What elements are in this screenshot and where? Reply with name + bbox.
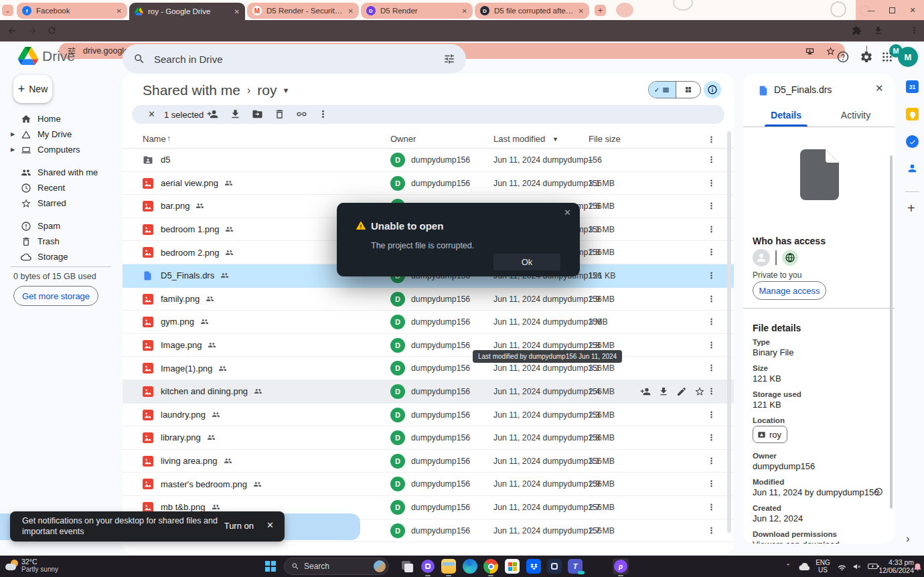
file-row[interactable]: Image(1).png D dumpydump156 Jun 11, 2024… [123, 357, 734, 380]
rename-pencil-icon[interactable] [676, 386, 687, 397]
show-side-panel-icon[interactable]: › [906, 532, 910, 546]
share-add-person-icon[interactable] [640, 386, 651, 397]
sidebar-item-spam[interactable]: Spam [0, 218, 121, 234]
drive-profile-avatar[interactable]: M [898, 47, 918, 67]
column-options-icon[interactable] [706, 135, 716, 145]
taskbar-search[interactable]: Search [284, 558, 389, 575]
send-to-device-icon[interactable] [805, 46, 815, 56]
sidebar-item-storage[interactable]: Storage [0, 249, 121, 264]
tab-facebook[interactable]: f Facebook ✕ [17, 3, 127, 19]
row-menu-icon[interactable] [706, 247, 716, 257]
d5-render-app-icon[interactable]: p [613, 558, 629, 574]
file-row-hover[interactable]: kitchen and dining.png D dumpydump156 Ju… [123, 380, 734, 404]
row-menu-icon[interactable] [706, 294, 716, 304]
breadcrumb-current[interactable]: roy [257, 82, 277, 98]
trash-icon[interactable] [274, 108, 285, 120]
sidebar-item-shared-with-me[interactable]: Shared with me [0, 165, 121, 180]
volume-muted-icon[interactable] [850, 556, 864, 577]
share-add-person-icon[interactable] [207, 108, 218, 120]
sidebar-item-computers[interactable]: ▶Computers [0, 142, 121, 157]
file-explorer-icon[interactable] [441, 558, 457, 574]
row-menu-icon[interactable] [706, 340, 716, 350]
search-options-icon[interactable] [443, 53, 455, 65]
caret-down-icon[interactable]: ▼ [282, 86, 289, 94]
row-menu-icon[interactable] [706, 224, 716, 234]
tab-search-button[interactable]: ⌄ [2, 5, 13, 16]
row-menu-icon[interactable] [706, 432, 716, 442]
list-view-button[interactable]: ✓ [649, 82, 676, 98]
column-name[interactable]: Name [143, 134, 166, 144]
expand-icon[interactable]: ▶ [11, 131, 15, 137]
tab-d5-security[interactable]: M D5 Render - Security verificatio ✕ [247, 3, 359, 19]
keep-icon[interactable] [906, 108, 919, 120]
row-menu-icon[interactable] [706, 410, 716, 420]
file-row[interactable]: d5 D dumpydump156 Jun 11, 2024 dumpydump… [123, 149, 734, 172]
row-menu-icon[interactable] [706, 178, 716, 188]
sidebar-item-starred[interactable]: Starred [0, 195, 121, 211]
row-menu-icon[interactable] [706, 525, 716, 535]
settings-gear-icon[interactable] [860, 50, 873, 64]
turn-on-button[interactable]: Turn on [224, 521, 254, 531]
dialog-close-icon[interactable]: ✕ [564, 208, 571, 218]
expand-icon[interactable]: ▶ [11, 147, 15, 153]
tab-google-drive[interactable]: roy - Google Drive ✕ [129, 3, 245, 20]
move-to-icon[interactable] [252, 108, 263, 120]
tasks-icon[interactable] [906, 135, 919, 148]
file-row[interactable]: Image.png D dumpydump156 Jun 11, 2024 du… [123, 334, 734, 357]
sidebar-item-home[interactable]: Home [0, 111, 121, 127]
reload-icon[interactable] [47, 25, 57, 35]
sidebar-item-my-drive[interactable]: ▶My Drive [0, 127, 121, 142]
file-row[interactable]: master's bedroom.png D dumpydump156 Jun … [123, 473, 734, 496]
clear-selection-icon[interactable]: ✕ [148, 109, 155, 119]
bookmark-star-icon[interactable] [826, 46, 836, 56]
new-button[interactable]: +New [13, 75, 52, 103]
column-size[interactable]: File size [589, 134, 621, 144]
get-more-storage-button[interactable]: Get more storage [13, 286, 98, 306]
add-addon-icon[interactable]: + [907, 201, 915, 216]
tab-close-icon[interactable]: ✕ [579, 7, 584, 15]
version-history-icon[interactable] [873, 487, 883, 497]
task-view-icon[interactable] [399, 558, 415, 574]
start-button[interactable] [262, 558, 279, 574]
chat-app-icon[interactable] [420, 558, 436, 574]
copy-link-icon[interactable] [296, 108, 307, 120]
tab-d5-forum[interactable]: D D5 file corrupted after regular s ✕ [475, 3, 589, 19]
row-menu-icon[interactable] [706, 502, 716, 512]
manage-access-button[interactable]: Manage access [753, 281, 826, 300]
drive-search-bar[interactable]: Search in Drive [123, 44, 466, 74]
row-menu-icon[interactable] [706, 155, 716, 165]
apps-grid-icon[interactable] [881, 51, 893, 63]
forward-icon[interactable] [27, 25, 37, 36]
sidebar-item-recent[interactable]: Recent [0, 180, 121, 195]
notifications-bell-icon[interactable] [911, 556, 924, 577]
window-minimize-button[interactable]: — [861, 0, 881, 20]
window-close-button[interactable]: ✕ [903, 0, 923, 20]
weather-widget[interactable]: 32°C Partly sunny [21, 558, 58, 573]
tab-close-icon[interactable]: ✕ [117, 7, 122, 15]
ok-button[interactable]: Ok [493, 254, 560, 270]
view-toggle[interactable]: ✓ [648, 81, 701, 98]
file-row[interactable]: living area.png D dumpydump156 Jun 11, 2… [123, 450, 734, 473]
row-menu-icon[interactable] [706, 363, 716, 373]
sidebar-item-trash[interactable]: Trash [0, 234, 121, 249]
chrome-icon[interactable] [483, 558, 499, 574]
snackbar-close-icon[interactable]: ✕ [266, 520, 274, 530]
list-scrollbar[interactable] [727, 131, 731, 533]
download-icon[interactable] [658, 386, 669, 397]
link-access-badge[interactable] [782, 250, 798, 266]
breadcrumb-root[interactable]: Shared with me [143, 82, 240, 98]
window-maximize-button[interactable] [882, 0, 902, 20]
grid-view-button[interactable] [676, 82, 700, 98]
new-tab-button[interactable]: + [595, 5, 606, 16]
whiteboard-app-icon[interactable] [546, 558, 562, 574]
file-row[interactable]: aerial view.png D dumpydump156 Jun 11, 2… [123, 172, 734, 195]
wifi-icon[interactable] [834, 556, 849, 577]
file-row[interactable]: family.png D dumpydump156 Jun 11, 2024 d… [123, 288, 734, 311]
language-switcher[interactable]: ENG US [813, 556, 833, 577]
extensions-icon[interactable] [852, 25, 862, 35]
row-menu-icon[interactable] [706, 386, 716, 396]
tray-chevron-icon[interactable]: ⌃ [782, 556, 794, 577]
row-menu-icon[interactable] [706, 270, 716, 280]
teams-icon[interactable]: T [567, 558, 583, 574]
edge-icon[interactable] [462, 558, 478, 574]
